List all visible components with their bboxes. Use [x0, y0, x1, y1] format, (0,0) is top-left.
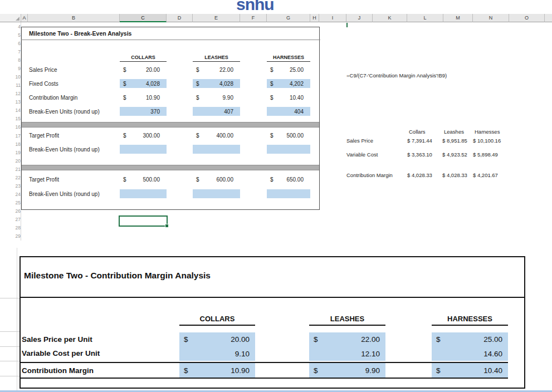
header-collars[interactable]: COLLARS [179, 312, 255, 326]
row-number-gutter[interactable]: 4567891011121314151617181920212223242526… [14, 22, 21, 241]
column-header-k[interactable]: K [373, 14, 407, 22]
cell-break-even-units-leashes[interactable]: 407 [193, 107, 240, 116]
cell-value: 20.00 [231, 335, 250, 344]
header-leashes[interactable]: LEASHES [309, 312, 385, 326]
fill-handle[interactable] [165, 224, 169, 228]
column-header-l[interactable]: L [407, 14, 443, 22]
cell-value: 500.00 [143, 177, 160, 183]
cell-target-profit-2-harnesses[interactable]: $ 650.00 [267, 175, 310, 184]
row-label-contribution-margin[interactable]: Contribution Margin [29, 93, 77, 102]
cell-target-profit-1-collars[interactable]: $ 300.00 [120, 131, 167, 140]
dollar-sign: $ [123, 81, 126, 87]
column-header-d[interactable]: D [167, 14, 193, 22]
cell-value: 370 [150, 109, 160, 115]
cell-contribution-margin-collars[interactable]: $ 10.90 [179, 363, 255, 378]
row-label-variable-cost-per-unit[interactable]: Variable Cost per Unit [22, 346, 100, 360]
cell-break-even-units-1-leashes[interactable] [193, 145, 240, 154]
row-label-break-even-units-1[interactable]: Break-Even Units (round up) [29, 145, 100, 154]
side-value[interactable]: $ 3,363.10 [407, 151, 432, 158]
row-label-target-profit-1[interactable]: Target Profit [29, 131, 59, 140]
header-harnesses[interactable]: HARNESSES [267, 53, 310, 62]
side-value[interactable]: $ 4,028.33 [407, 172, 432, 178]
column-header-partial[interactable] [545, 14, 552, 22]
cell-contribution-margin-leashes[interactable]: $ 9.90 [309, 363, 385, 378]
selected-cell-outline[interactable] [119, 215, 168, 227]
row-label-target-profit-2[interactable]: Target Profit [29, 175, 59, 184]
row-label-sales-price-per-unit[interactable]: Sales Price per Unit [22, 332, 92, 346]
cell-fixed-costs-leashes[interactable]: $ 4,028 [193, 79, 240, 88]
cell-fixed-costs-collars[interactable]: $ 4,028 [120, 79, 167, 88]
cell-break-even-units-2-collars[interactable] [120, 189, 167, 198]
cell-contribution-margin-leashes[interactable]: $ 9.90 [193, 93, 240, 102]
select-all-triangle-icon [16, 17, 19, 21]
cell-break-even-units-2-harnesses[interactable] [267, 189, 310, 198]
dollar-sign: $ [270, 177, 273, 183]
cell-break-even-units-harnesses[interactable]: 404 [267, 107, 310, 116]
column-header-m[interactable]: M [443, 14, 473, 22]
side-label-sales-price[interactable]: Sales Price [346, 138, 373, 144]
row-label-break-even-units[interactable]: Break-Even Units (round up) [29, 107, 100, 116]
side-value[interactable]: $ 4,201.67 [473, 172, 498, 178]
side-header-leashes[interactable]: Leashes [444, 129, 464, 135]
dollar-sign: $ [123, 67, 126, 73]
column-header-g[interactable]: G [267, 14, 310, 22]
column-header-f[interactable]: F [240, 14, 267, 22]
row-label-contribution-margin[interactable]: Contribution Margin [22, 363, 94, 378]
dollar-sign: $ [123, 177, 126, 183]
cell-target-profit-1-leashes[interactable]: $ 400.00 [193, 131, 240, 140]
side-value[interactable]: $ 4,923.52 [442, 151, 467, 158]
cell-variable-cost-collars[interactable]: 9.10 [179, 346, 255, 361]
cell-variable-cost-leashes[interactable]: 12.10 [309, 346, 385, 361]
formula-text[interactable]: =C9/(C7-'Contribution Margin Analysis'!B… [346, 72, 447, 79]
side-header-collars[interactable]: Collars [409, 129, 426, 135]
cell-target-profit-1-harnesses[interactable]: $ 500.00 [267, 131, 310, 140]
cell-target-profit-2-collars[interactable]: $ 500.00 [120, 175, 167, 184]
cell-variable-cost-harnesses[interactable]: 14.60 [432, 346, 508, 361]
column-header-c[interactable]: C [120, 14, 167, 22]
cell-sales-price-collars[interactable]: $ 20.00 [120, 65, 167, 74]
column-header-n[interactable]: N [473, 14, 509, 22]
column-header-e[interactable]: E [193, 14, 240, 22]
cell-sales-price-leashes[interactable]: $ 22.00 [193, 65, 240, 74]
column-header-a[interactable]: A [21, 14, 28, 22]
column-header-j[interactable]: J [346, 14, 373, 22]
column-header-o[interactable]: O [509, 14, 545, 22]
row-label-fixed-costs[interactable]: Fixed Costs [29, 79, 58, 88]
cell-value: 650.00 [286, 177, 304, 183]
side-value[interactable]: $ 7,391.44 [407, 138, 432, 144]
side-value[interactable]: $ 4,028.33 [442, 172, 467, 178]
cell-sales-price-harnesses[interactable]: $ 25.00 [267, 65, 310, 74]
cell-break-even-units-1-collars[interactable] [120, 145, 167, 154]
header-leashes[interactable]: LEASHES [193, 53, 240, 62]
side-label-contribution-margin[interactable]: Contribution Margin [346, 172, 393, 178]
column-header-b[interactable]: B [28, 14, 120, 22]
cell-contribution-margin-harnesses[interactable]: $ 10.40 [432, 363, 508, 378]
header-collars[interactable]: COLLARS [120, 53, 167, 62]
row-label-sales-price[interactable]: Sales Price [29, 65, 57, 74]
cell-break-even-units-collars[interactable]: 370 [120, 107, 167, 116]
column-header-i[interactable]: I [319, 14, 346, 22]
row-label-break-even-units-2[interactable]: Break-Even Units (round up) [29, 189, 100, 198]
cell-sales-price-harnesses[interactable]: $ 25.00 [432, 332, 508, 346]
break-even-title[interactable]: Milestone Two - Break-Even Analysis [29, 30, 131, 37]
gutter-row-line [0, 361, 19, 361]
side-value[interactable]: $ 10,100.16 [473, 138, 501, 144]
dollar-sign: $ [270, 67, 273, 73]
cell-fixed-costs-harnesses[interactable]: $ 4,202 [267, 79, 310, 88]
column-header-h[interactable]: H [310, 14, 319, 22]
cell-contribution-margin-collars[interactable]: $ 10.90 [120, 93, 167, 102]
cell-break-even-units-2-leashes[interactable] [193, 189, 240, 198]
header-harnesses[interactable]: HARNESSES [432, 312, 508, 326]
cell-contribution-margin-harnesses[interactable]: $ 10.40 [267, 93, 310, 102]
dollar-sign: $ [184, 366, 188, 375]
side-label-variable-cost[interactable]: Variable Cost [346, 151, 378, 158]
cell-sales-price-collars[interactable]: $ 20.00 [179, 332, 255, 346]
side-value[interactable]: $ 5,898.49 [473, 151, 498, 158]
side-value[interactable]: $ 8,951.85 [442, 138, 467, 144]
cell-target-profit-2-leashes[interactable]: $ 600.00 [193, 175, 240, 184]
cell-sales-price-leashes[interactable]: $ 22.00 [309, 332, 385, 346]
side-header-harnesses[interactable]: Harnesses [475, 129, 500, 135]
contribution-margin-title[interactable]: Milestone Two - Contribution Margin Anal… [24, 271, 211, 281]
select-all-corner[interactable] [0, 14, 21, 22]
cell-break-even-units-1-harnesses[interactable] [267, 145, 310, 154]
